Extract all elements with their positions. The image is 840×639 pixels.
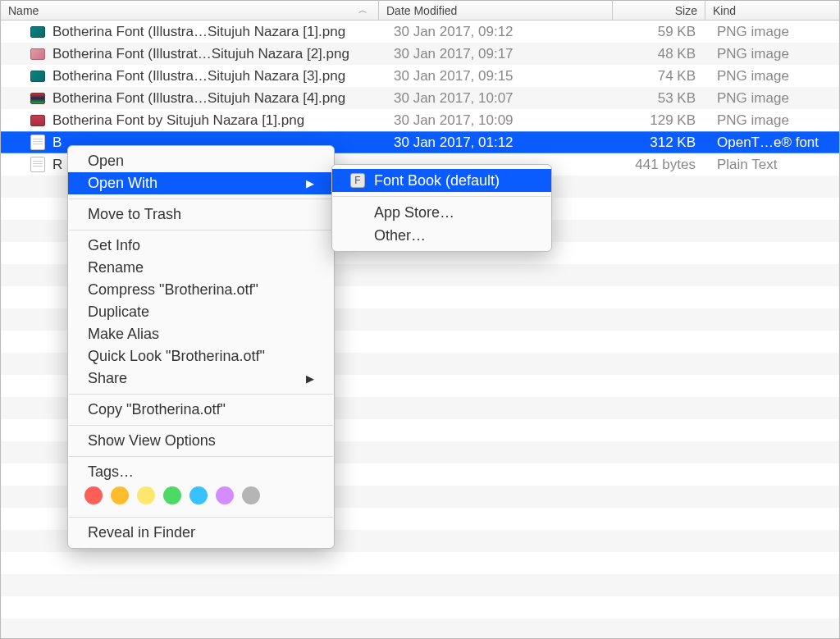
file-icon <box>30 71 45 82</box>
submenu-label: Font Book (default) <box>374 172 500 189</box>
submenu-item-app-store[interactable]: App Store… <box>332 201 551 224</box>
tag-yellow-icon[interactable] <box>137 486 155 504</box>
column-header-kind[interactable]: Kind <box>705 1 839 20</box>
column-header-row: Name ︿ Date Modified Size Kind <box>1 1 839 21</box>
tag-color-row <box>68 483 334 513</box>
submenu-item-other[interactable]: Other… <box>332 224 551 247</box>
empty-row <box>1 618 839 639</box>
file-date: 30 Jan 2017, 09:15 <box>379 68 613 84</box>
file-row[interactable]: Botherina Font by Situjuh Nazara [1].png… <box>1 109 839 131</box>
menu-label: Copy "Brotherina.otf" <box>88 401 226 418</box>
menu-label: Share <box>88 370 127 387</box>
tag-purple-icon[interactable] <box>216 486 234 504</box>
tag-green-icon[interactable] <box>163 486 181 504</box>
file-date: 30 Jan 2017, 10:07 <box>379 90 613 107</box>
menu-item-tags[interactable]: Tags… <box>68 461 334 483</box>
menu-label: Quick Look "Brotherina.otf" <box>88 348 265 365</box>
column-label: Size <box>675 4 697 17</box>
file-name: R <box>52 157 62 173</box>
file-icon <box>30 115 45 126</box>
menu-item-show-view-options[interactable]: Show View Options <box>68 430 334 452</box>
file-date: 30 Jan 2017, 09:17 <box>379 46 613 62</box>
file-row[interactable]: Botherina Font (Illustra…Situjuh Nazara … <box>1 65 839 87</box>
file-row[interactable]: Botherina Font (Illustrat…Situjuh Nazara… <box>1 43 839 65</box>
file-date: 30 Jan 2017, 10:09 <box>379 112 613 129</box>
menu-separator <box>69 517 333 518</box>
menu-separator <box>69 425 333 426</box>
menu-separator <box>333 196 550 197</box>
menu-item-get-info[interactable]: Get Info <box>68 235 334 257</box>
file-icon <box>30 157 45 172</box>
menu-label: Tags… <box>88 463 134 481</box>
menu-label: Move to Trash <box>88 206 181 223</box>
menu-item-copy[interactable]: Copy "Brotherina.otf" <box>68 399 334 421</box>
tag-gray-icon[interactable] <box>242 486 260 504</box>
column-label: Kind <box>713 4 736 17</box>
file-date: 30 Jan 2017, 01:12 <box>379 135 613 151</box>
menu-label: Rename <box>88 259 144 276</box>
menu-separator <box>69 394 333 395</box>
file-name: Botherina Font (Illustrat…Situjuh Nazara… <box>52 46 349 62</box>
menu-label: Make Alias <box>88 326 159 343</box>
tag-orange-icon[interactable] <box>111 486 129 504</box>
file-name: Botherina Font by Situjuh Nazara [1].png <box>52 112 304 129</box>
submenu-arrow-icon: ▶ <box>306 177 314 189</box>
file-kind: OpenT…e® font <box>705 135 839 151</box>
tag-blue-icon[interactable] <box>189 486 208 504</box>
file-kind: PNG image <box>705 24 839 40</box>
column-header-size[interactable]: Size <box>613 1 705 20</box>
file-kind: PNG image <box>705 90 839 107</box>
file-size: 129 KB <box>613 112 705 129</box>
file-size: 53 KB <box>613 90 705 107</box>
file-row[interactable]: Botherina Font (Illustra…Situjuh Nazara … <box>1 21 839 43</box>
menu-item-move-to-trash[interactable]: Move to Trash <box>68 203 334 226</box>
menu-separator <box>69 230 333 230</box>
file-name: Botherina Font (Illustra…Situjuh Nazara … <box>52 90 345 107</box>
file-kind: PNG image <box>705 112 839 129</box>
column-header-name[interactable]: Name ︿ <box>1 1 379 20</box>
column-label: Name <box>8 4 39 17</box>
menu-item-open-with[interactable]: Open With ▶ <box>68 172 334 194</box>
menu-label: Compress "Brotherina.otf" <box>88 281 258 299</box>
file-size: 48 KB <box>613 46 705 62</box>
file-size: 312 KB <box>613 135 705 151</box>
empty-row <box>1 552 839 574</box>
menu-separator <box>69 456 333 457</box>
menu-label: Reveal in Finder <box>88 524 195 541</box>
file-icon <box>30 26 45 38</box>
file-name: Botherina Font (Illustra…Situjuh Nazara … <box>52 24 345 40</box>
open-with-submenu: F Font Book (default) App Store… Other… <box>331 164 552 252</box>
context-menu: Open Open With ▶ Move to Trash Get Info … <box>67 145 335 549</box>
menu-label: Open With <box>88 175 158 192</box>
file-date: 30 Jan 2017, 09:12 <box>379 24 613 40</box>
menu-item-reveal-in-finder[interactable]: Reveal in Finder <box>68 522 334 544</box>
menu-item-share[interactable]: Share ▶ <box>68 367 334 390</box>
menu-item-quick-look[interactable]: Quick Look "Brotherina.otf" <box>68 345 334 367</box>
file-icon <box>30 93 45 104</box>
menu-label: Duplicate <box>88 304 149 321</box>
menu-item-compress[interactable]: Compress "Brotherina.otf" <box>68 279 334 301</box>
font-book-icon: F <box>350 173 365 188</box>
file-size: 59 KB <box>613 24 705 40</box>
submenu-label: Other… <box>374 227 426 244</box>
empty-row <box>1 574 839 596</box>
file-row[interactable]: Botherina Font (Illustra…Situjuh Nazara … <box>1 87 839 109</box>
submenu-item-font-book[interactable]: F Font Book (default) <box>332 169 551 192</box>
file-kind: PNG image <box>705 68 839 84</box>
column-label: Date Modified <box>386 4 457 17</box>
menu-item-open[interactable]: Open <box>68 150 334 172</box>
file-kind: Plain Text <box>705 157 839 173</box>
menu-label: Get Info <box>88 237 140 254</box>
submenu-arrow-icon: ▶ <box>306 372 314 385</box>
menu-item-rename[interactable]: Rename <box>68 257 334 279</box>
menu-item-make-alias[interactable]: Make Alias <box>68 323 334 345</box>
sort-ascending-icon: ︿ <box>358 4 368 16</box>
empty-row <box>1 596 839 618</box>
menu-label: Show View Options <box>88 432 216 450</box>
file-size: 441 bytes <box>613 157 705 173</box>
tag-red-icon[interactable] <box>84 486 103 504</box>
menu-item-duplicate[interactable]: Duplicate <box>68 301 334 323</box>
file-icon <box>30 135 45 150</box>
column-header-date-modified[interactable]: Date Modified <box>379 1 613 20</box>
submenu-label: App Store… <box>374 204 454 221</box>
